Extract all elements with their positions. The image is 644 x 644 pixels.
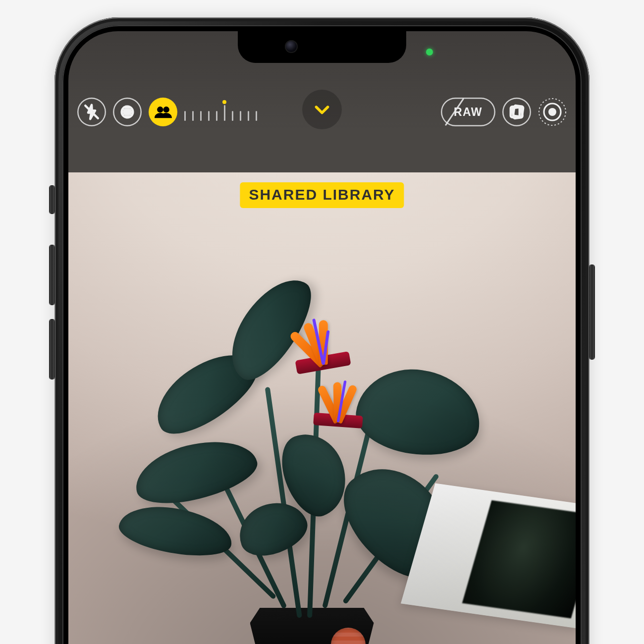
photographic-styles-icon xyxy=(508,103,526,121)
shared-library-icon xyxy=(154,105,172,119)
mute-switch[interactable] xyxy=(50,186,54,214)
display-notch xyxy=(238,31,406,63)
iphone-device-frame: RAW xyxy=(54,17,590,644)
camera-in-use-indicator xyxy=(426,49,433,55)
svg-point-8 xyxy=(163,107,169,112)
night-mode-icon xyxy=(119,104,136,120)
chevron-down-icon xyxy=(312,100,332,119)
svg-point-7 xyxy=(157,107,163,112)
flash-off-icon xyxy=(83,104,100,120)
expand-controls-button[interactable] xyxy=(302,90,342,129)
svg-point-14 xyxy=(548,108,556,116)
raw-toggle[interactable]: RAW xyxy=(441,98,495,126)
front-camera-lens xyxy=(285,40,298,53)
screen: RAW xyxy=(68,31,576,644)
night-mode-toggle[interactable] xyxy=(113,98,142,126)
photographic-styles-button[interactable] xyxy=(502,98,531,126)
flash-toggle[interactable] xyxy=(77,98,106,126)
side-button[interactable] xyxy=(590,265,594,359)
raw-disabled-slash xyxy=(441,98,495,126)
shared-library-badge: SHARED LIBRARY xyxy=(240,182,404,208)
volume-up-button[interactable] xyxy=(50,245,54,305)
exposure-scale[interactable] xyxy=(184,102,264,122)
camera-viewfinder[interactable]: SHARED LIBRARY xyxy=(68,172,576,644)
live-photo-icon xyxy=(538,98,567,126)
live-photo-toggle[interactable] xyxy=(538,98,567,126)
shared-library-toggle[interactable] xyxy=(149,98,177,126)
volume-down-button[interactable] xyxy=(50,320,54,379)
